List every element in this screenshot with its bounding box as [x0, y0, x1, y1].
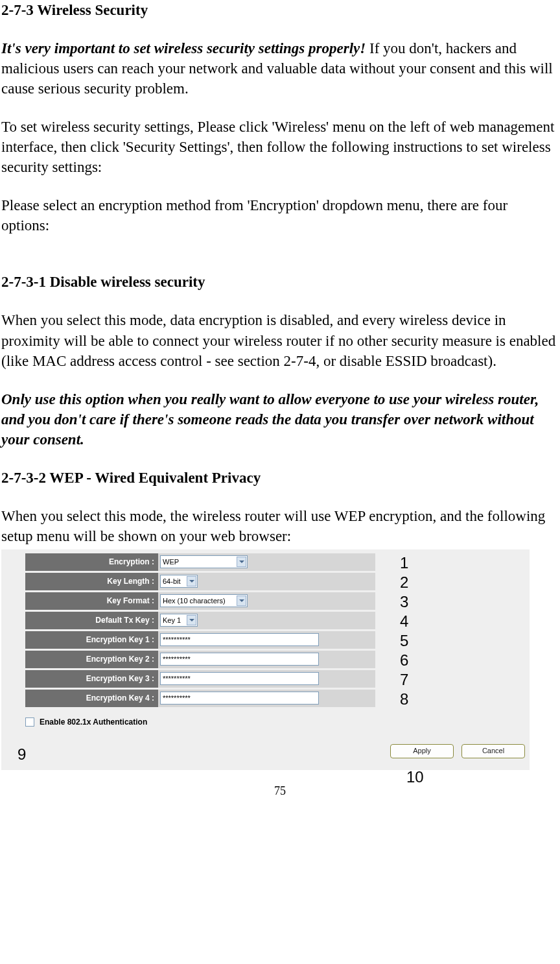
- section-heading-2-7-3-1: 2-7-3-1 Disable wireless security: [1, 272, 559, 292]
- chevron-down-icon: [187, 615, 196, 625]
- wep-settings-screenshot: Encryption : WEP Key Length : 64-bit Key…: [1, 549, 557, 783]
- select-key-format-value: Hex (10 characters): [163, 596, 226, 606]
- paragraph-instructions: To set wireless security settings, Pleas…: [1, 117, 559, 177]
- select-key-length-value: 64-bit: [163, 577, 181, 586]
- section-heading-2-7-3-2: 2-7-3-2 WEP - Wired Equivalent Privacy: [1, 468, 559, 488]
- input-key-2[interactable]: **********: [160, 653, 319, 666]
- row-enable-8021x: Enable 802.1x Authentication: [25, 717, 147, 727]
- chevron-down-icon: [237, 596, 246, 606]
- select-encryption[interactable]: WEP: [160, 555, 248, 568]
- label-enable-8021x: Enable 802.1x Authentication: [40, 717, 147, 727]
- chevron-down-icon: [237, 557, 246, 567]
- row-default-tx-key: Default Tx Key : Key 1: [25, 612, 375, 629]
- paragraph-encryption-options: Please select an encryption method from …: [1, 195, 559, 235]
- input-key-1[interactable]: **********: [160, 633, 319, 646]
- checkbox-enable-8021x[interactable]: [25, 717, 34, 727]
- row-encryption: Encryption : WEP: [25, 553, 375, 571]
- select-default-tx-key-value: Key 1: [163, 616, 181, 625]
- paragraph-intro: It's very important to set wireless secu…: [1, 38, 559, 99]
- select-key-format[interactable]: Hex (10 characters): [160, 594, 248, 607]
- row-key-2: Encryption Key 2 : **********: [25, 651, 375, 668]
- callout-3: 3: [400, 592, 408, 612]
- settings-panel: Encryption : WEP Key Length : 64-bit Key…: [1, 549, 530, 770]
- callout-1: 1: [400, 553, 408, 573]
- paragraph-wep-desc: When you select this mode, the wireless …: [1, 506, 559, 546]
- chevron-down-icon: [187, 576, 196, 586]
- label-key-4: Encryption Key 4 :: [25, 690, 158, 707]
- select-key-length[interactable]: 64-bit: [160, 575, 198, 588]
- label-key-length: Key Length :: [25, 573, 158, 590]
- callout-2: 2: [400, 572, 408, 593]
- label-key-1: Encryption Key 1 :: [25, 631, 158, 649]
- callout-7: 7: [400, 669, 408, 690]
- row-key-3: Encryption Key 3 : **********: [25, 670, 375, 688]
- label-default-tx-key: Default Tx Key :: [25, 612, 158, 629]
- label-key-3: Encryption Key 3 :: [25, 670, 158, 688]
- section-heading-2-7-3: 2-7-3 Wireless Security: [1, 0, 559, 20]
- cancel-button[interactable]: Cancel: [461, 744, 525, 758]
- callout-10: 10: [406, 767, 424, 788]
- label-key-2: Encryption Key 2 :: [25, 651, 158, 668]
- select-encryption-value: WEP: [163, 557, 179, 567]
- callout-4: 4: [400, 611, 408, 632]
- paragraph-disable-desc: When you select this mode, data encrypti…: [1, 310, 559, 370]
- apply-button[interactable]: Apply: [390, 744, 454, 758]
- label-key-format: Key Format :: [25, 592, 158, 610]
- input-key-4[interactable]: **********: [160, 692, 319, 705]
- callout-8: 8: [400, 689, 408, 710]
- label-encryption: Encryption :: [25, 553, 158, 571]
- callout-6: 6: [400, 650, 408, 671]
- row-key-1: Encryption Key 1 : **********: [25, 631, 375, 649]
- paragraph-warning: Only use this option when you really wan…: [1, 389, 559, 450]
- callout-9: 9: [18, 744, 26, 765]
- row-key-length: Key Length : 64-bit: [25, 573, 375, 590]
- select-default-tx-key[interactable]: Key 1: [160, 614, 198, 627]
- row-key-4: Encryption Key 4 : **********: [25, 690, 375, 707]
- emphasis-important: It's very important to set wireless secu…: [1, 40, 366, 56]
- input-key-3[interactable]: **********: [160, 672, 319, 685]
- row-key-format: Key Format : Hex (10 characters): [25, 592, 375, 610]
- page-number: 75: [1, 783, 559, 799]
- callout-5: 5: [400, 631, 408, 651]
